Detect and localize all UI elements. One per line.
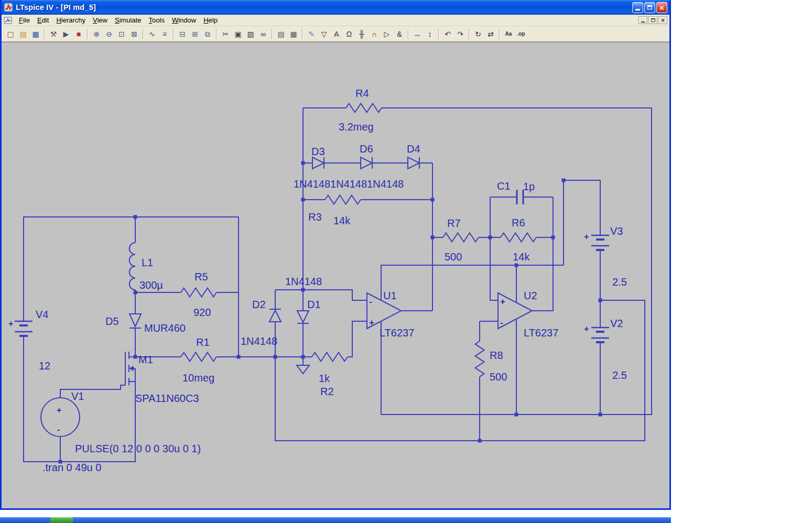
diode-D4[interactable]	[408, 157, 419, 169]
diode-D1[interactable]	[297, 311, 309, 323]
tile-vertical-icon[interactable]: ⊞	[189, 28, 201, 40]
label-R3-value[interactable]: 14k	[333, 215, 351, 226]
schematic-drawing[interactable]: - + + -	[2, 42, 669, 508]
ground-symbol[interactable]	[297, 365, 309, 374]
label-R5-value[interactable]: 920	[193, 307, 211, 318]
label-R4-ref[interactable]: R4	[355, 88, 369, 99]
capacitor-icon[interactable]: ╫	[356, 28, 367, 40]
label-R3-ref[interactable]: R3	[308, 211, 322, 223]
label-R7-ref[interactable]: R7	[447, 217, 461, 229]
resistor-R4[interactable]	[346, 104, 382, 113]
waveform-viewer-icon[interactable]: ∿	[146, 28, 158, 40]
halt-icon[interactable]: ■	[73, 28, 84, 40]
spice-netlist-icon[interactable]: ≡	[159, 28, 170, 40]
label-R7-value[interactable]: 500	[445, 251, 462, 263]
battery-V3[interactable]	[591, 235, 609, 250]
component-icon[interactable]: &	[394, 28, 405, 40]
label-diode-row-values[interactable]: 1N41481N41481N4148	[294, 178, 404, 190]
battery-V4[interactable]	[15, 321, 33, 336]
label-D3-ref[interactable]: D3	[311, 146, 325, 157]
new-schematic-icon[interactable]: ▢	[5, 28, 16, 40]
zoom-area-icon[interactable]: ⊡	[116, 28, 127, 40]
child-window-icon[interactable]	[4, 17, 12, 24]
resistor-R8[interactable]	[475, 341, 484, 377]
start-button-fragment[interactable]	[50, 517, 73, 523]
diode-D5[interactable]	[129, 314, 141, 328]
redo-icon[interactable]: ↷	[454, 28, 466, 40]
rotate-icon[interactable]: ↻	[472, 28, 484, 40]
menu-simulate[interactable]: Simulate	[111, 15, 145, 25]
label-V1-value[interactable]: PULSE(0 12 0 0 0 30u 0 1)	[75, 443, 201, 454]
label-R1-value[interactable]: 10meg	[182, 372, 214, 384]
label-D2-ref[interactable]: D2	[252, 299, 266, 310]
label-D2-value[interactable]: 1N4148	[241, 335, 277, 347]
label-R2-ref[interactable]: R2	[320, 386, 334, 397]
undo-icon[interactable]: ↶	[442, 28, 453, 40]
open-icon[interactable]: ▤	[17, 28, 29, 40]
title-bar[interactable]: LTspice IV - [PI md_5] ×	[2, 0, 669, 15]
zoom-in-icon[interactable]: ⊕	[91, 28, 102, 40]
resistor-R3[interactable]	[325, 195, 361, 204]
label-D1-ref[interactable]: D1	[307, 299, 321, 310]
label-U2-ref[interactable]: U2	[524, 290, 537, 301]
close-button[interactable]: ×	[656, 2, 667, 13]
cascade-windows-icon[interactable]: ⧉	[202, 28, 213, 40]
restore-button[interactable]	[644, 2, 655, 13]
label-R2-value[interactable]: 1k	[319, 373, 330, 384]
label-M1-ref[interactable]: M1	[138, 354, 153, 365]
find-icon[interactable]: ∞	[257, 28, 269, 40]
label-V1-ref[interactable]: V1	[71, 390, 84, 402]
child-minimize-button[interactable]	[638, 16, 647, 24]
minimize-button[interactable]	[632, 2, 643, 13]
label-V2-ref[interactable]: V2	[610, 318, 623, 329]
menu-view[interactable]: View	[89, 15, 111, 25]
cut-icon[interactable]: ✂	[220, 28, 231, 40]
zoom-full-extents-icon[interactable]: ⊠	[128, 28, 140, 40]
label-D5-value[interactable]: MUR460	[144, 322, 186, 334]
resistor-icon[interactable]: Ω	[343, 28, 355, 40]
label-V4-value[interactable]: 12	[39, 360, 50, 372]
ground-icon[interactable]: ▽	[318, 28, 330, 40]
diode-icon[interactable]: ▷	[381, 28, 393, 40]
label-D5-ref[interactable]: D5	[105, 315, 119, 327]
resistor-R2[interactable]	[312, 353, 348, 362]
menu-file[interactable]: File	[15, 15, 34, 25]
menu-window[interactable]: Window	[168, 15, 200, 25]
label-D1-value[interactable]: 1N4148	[285, 276, 322, 287]
save-icon[interactable]: ▦	[30, 28, 41, 40]
mirror-icon[interactable]: ⇄	[485, 28, 496, 40]
resistor-R5[interactable]	[181, 288, 216, 297]
inductor-L1[interactable]	[129, 243, 135, 290]
copy-icon[interactable]: ▣	[232, 28, 244, 40]
spice-directive-icon[interactable]: .op	[515, 28, 527, 40]
label-R4-value[interactable]: 3.2meg	[339, 121, 374, 133]
label-D4-ref[interactable]: D4	[407, 143, 420, 155]
wires[interactable]	[24, 108, 652, 462]
schematic-canvas[interactable]: - + + -	[2, 42, 669, 508]
print-icon[interactable]: ▦	[288, 28, 299, 40]
label-M1-value[interactable]: SPA11N60C3	[135, 393, 199, 404]
resistor-R6[interactable]	[501, 233, 536, 242]
label-C1-ref[interactable]: C1	[497, 180, 511, 192]
menu-edit[interactable]: Edit	[34, 15, 52, 25]
run-icon[interactable]: ▶	[60, 28, 72, 40]
label-R8-value[interactable]: 500	[490, 371, 507, 383]
label-V4-ref[interactable]: V4	[36, 309, 48, 320]
resistor-R7[interactable]	[443, 233, 479, 242]
resistor-R1[interactable]	[181, 353, 216, 362]
taskbar[interactable]	[0, 517, 671, 523]
control-panel-icon[interactable]: ⚒	[48, 28, 59, 40]
wire-icon[interactable]: ✎	[306, 28, 317, 40]
label-R5-ref[interactable]: R5	[194, 271, 208, 282]
diode-D2[interactable]	[269, 309, 281, 322]
text-tool-icon[interactable]: Aa	[503, 28, 514, 40]
label-tran-directive[interactable]: .tran 0 49u 0	[42, 462, 101, 473]
label-R1-ref[interactable]: R1	[196, 336, 210, 348]
label-U1-ref[interactable]: U1	[383, 290, 397, 301]
label-R8-ref[interactable]: R8	[490, 350, 503, 361]
inductor-icon[interactable]: ∩	[369, 28, 380, 40]
label-V2-value[interactable]: 2.5	[612, 369, 627, 381]
label-U1-value[interactable]: LT6237	[380, 327, 414, 339]
move-icon[interactable]: ↔	[412, 28, 423, 40]
voltage-source-V1[interactable]	[41, 398, 80, 437]
